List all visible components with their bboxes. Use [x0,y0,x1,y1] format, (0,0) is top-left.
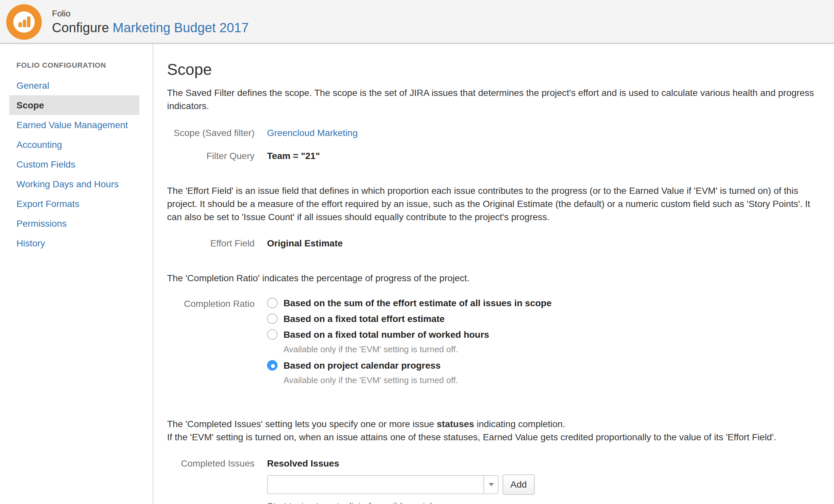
folio-logo-icon [6,4,42,40]
scope-description: The Saved Filter defines the scope. The … [167,86,817,112]
completed-issues-value: Resolved Issues [267,457,339,470]
completion-ratio-option[interactable]: Based on a fixed total number of worked … [267,328,551,341]
radio-option-label: Based on a fixed total effort estimate [284,314,445,324]
radio-option-label: Based on project calendar progress [284,360,441,371]
sidebar-item-history[interactable]: History [9,233,139,253]
completed-issues-row: Completed Issues Resolved Issues [167,457,817,470]
sidebar-item-general[interactable]: General [9,75,139,95]
combobox-dropdown-toggle[interactable] [483,476,498,494]
completed-issues-description: The 'Completed Issues' setting lets you … [167,417,817,443]
sidebar-item-working-days-and-hours[interactable]: Working Days and Hours [9,174,139,194]
filter-query-label: Filter Query [167,149,255,162]
radio-option-note: Available only if the 'EVM' setting is t… [284,374,551,386]
add-status-button[interactable]: Add [503,475,535,495]
sidebar-item-export-formats[interactable]: Export Formats [9,194,139,213]
status-picker-row: Add [167,475,817,495]
completion-ratio-row: Completion Ratio Based on the sum of the… [167,297,817,390]
combobox-hint: Start typing to get a list of possible m… [267,500,447,504]
sidebar-item-earned-value-management[interactable]: Earned Value Management [9,115,139,135]
page-title-prefix: Configure [52,20,109,35]
effort-field-row: Effort Field Original Estimate [167,236,817,250]
radio-unselected-icon[interactable] [267,314,278,324]
effort-field-label: Effort Field [167,236,255,250]
sidebar-heading: FOLIO CONFIGURATION [17,61,153,69]
folio-configuration-sidebar: FOLIO CONFIGURATION GeneralScopeEarned V… [0,44,153,504]
saved-filter-link[interactable]: Greencloud Marketing [267,126,358,139]
completed-note-line2: If the 'EVM' setting is turned on, when … [167,432,776,442]
completed-note-bold: statuses [437,418,474,429]
saved-filter-row: Scope (Saved filter) Greencloud Marketin… [167,126,817,139]
sidebar-item-permissions[interactable]: Permissions [9,213,139,233]
app-header: Folio Configure Marketing Budget 2017 [0,0,834,44]
combobox-hint-row: Start typing to get a list of possible m… [167,500,817,504]
page-title: Configure Marketing Budget 2017 [52,20,249,36]
completion-ratio-description: The 'Completion Ratio' indicates the per… [167,271,817,284]
completion-ratio-options: Based on the sum of the effort estimate … [267,297,551,390]
radio-option-label: Based on the sum of the effort estimate … [284,298,551,308]
sidebar-item-accounting[interactable]: Accounting [9,135,139,155]
completion-ratio-option[interactable]: Based on project calendar progress [267,360,551,372]
completed-note-text: The 'Completed Issues' setting lets you … [167,418,437,429]
radio-selected-icon[interactable] [267,360,278,371]
filter-query-value: Team = "21" [267,149,320,162]
radio-unselected-icon[interactable] [267,329,278,340]
status-combobox-input[interactable] [268,476,483,494]
radio-unselected-icon[interactable] [267,298,278,308]
completed-issues-label: Completed Issues [167,457,255,470]
completion-ratio-option[interactable]: Based on a fixed total effort estimate [267,313,551,325]
effort-field-value: Original Estimate [267,236,343,250]
status-combobox[interactable] [267,475,499,494]
sidebar-item-custom-fields[interactable]: Custom Fields [9,155,139,174]
project-name: Marketing Budget 2017 [113,20,249,35]
section-heading: Scope [167,61,817,79]
effort-field-description: The 'Effort Field' is an issue field tha… [167,184,817,223]
completed-note-text: indicating completion. [474,418,565,429]
scope-settings-panel: Scope The Saved Filter defines the scope… [153,44,834,504]
chevron-down-icon [488,483,493,486]
filter-query-row: Filter Query Team = "21" [167,149,817,162]
radio-option-label: Based on a fixed total number of worked … [284,329,489,340]
radio-option-note: Available only if the 'EVM' setting is t… [284,344,551,355]
saved-filter-label: Scope (Saved filter) [167,126,255,139]
completion-ratio-label: Completion Ratio [167,297,255,390]
sidebar-item-scope[interactable]: Scope [9,95,139,115]
completion-ratio-option[interactable]: Based on the sum of the effort estimate … [267,297,551,310]
sidebar-item-list: GeneralScopeEarned Value ManagementAccou… [9,75,139,253]
app-label: Folio [52,8,249,18]
